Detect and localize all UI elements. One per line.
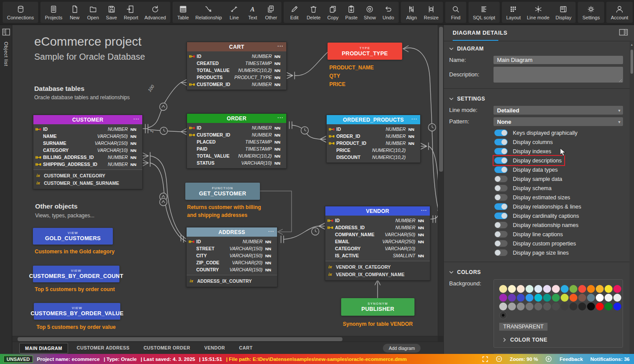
tab-vendor[interactable]: VENDOR bbox=[199, 343, 230, 353]
toolbar-account-button[interactable]: Account bbox=[608, 2, 631, 22]
toolbar-find-button[interactable]: Find bbox=[447, 2, 465, 22]
synonym-publisher[interactable]: SYNONYMPUBLISHER bbox=[341, 298, 414, 316]
toolbar-projects-button[interactable]: Projects bbox=[42, 2, 65, 22]
zoom-out-icon[interactable] bbox=[496, 356, 502, 362]
toggle-switch[interactable] bbox=[494, 213, 508, 219]
color-swatch[interactable] bbox=[578, 285, 586, 293]
tab-customer-address[interactable]: CUSTOMER ADDRESS bbox=[72, 343, 135, 353]
color-swatch[interactable] bbox=[508, 285, 516, 293]
table-cart[interactable]: CART···IDNUMBERNNCREATEDTIMESTAMPNNTOTAL… bbox=[187, 42, 287, 90]
toggle-display-relationships-lines[interactable]: Display relationships & lines bbox=[494, 202, 584, 211]
table-menu-icon[interactable]: ··· bbox=[133, 115, 140, 123]
color-swatch[interactable] bbox=[569, 294, 577, 302]
color-swatch[interactable] bbox=[569, 303, 577, 310]
toggle-switch[interactable] bbox=[494, 176, 508, 182]
section-colors[interactable]: COLORS bbox=[444, 265, 634, 278]
color-swatch[interactable] bbox=[596, 285, 604, 293]
color-swatch[interactable] bbox=[605, 294, 612, 302]
toggle-switch[interactable] bbox=[494, 249, 508, 256]
toolbar-open-button[interactable]: Open bbox=[84, 2, 102, 22]
toggle-keys-displayed-graphically[interactable]: Keys displayed graphically bbox=[494, 128, 580, 137]
color-swatch[interactable] bbox=[517, 303, 525, 310]
tab-main-diagram[interactable]: MAIN DIAGRAM bbox=[19, 343, 68, 353]
canvas-vertical-scrollbar[interactable] bbox=[438, 25, 443, 336]
diagram-canvas[interactable]: 100 1 eCommerce project Sample for Oracl… bbox=[12, 25, 443, 342]
toolbar-advanced-button[interactable]: Advanced bbox=[141, 2, 169, 22]
table-address[interactable]: ADDRESS···IDNUMBERNNSTREETVARCHAR(150)NN… bbox=[186, 227, 277, 287]
toolbar-resize-button[interactable]: Resize bbox=[421, 2, 442, 22]
color-swatch[interactable] bbox=[569, 285, 577, 293]
color-swatch[interactable] bbox=[534, 285, 542, 293]
color-swatch[interactable] bbox=[552, 303, 560, 310]
color-swatch[interactable] bbox=[613, 294, 621, 302]
toggle-display-page-size-lines[interactable]: Display page size lines bbox=[494, 248, 571, 257]
toggle-switch[interactable] bbox=[494, 222, 508, 228]
table-menu-icon[interactable]: ··· bbox=[411, 115, 418, 123]
color-swatch[interactable] bbox=[552, 294, 560, 302]
toolbar-edit-button[interactable]: Edit bbox=[285, 2, 303, 22]
color-swatch[interactable] bbox=[552, 285, 560, 293]
toolbar-report-button[interactable]: Report bbox=[121, 2, 141, 22]
color-swatch[interactable] bbox=[526, 285, 533, 293]
toolbar-layout-button[interactable]: Layout bbox=[503, 2, 524, 22]
table-header[interactable]: CUSTOMER··· bbox=[33, 115, 142, 124]
add-diagram-button[interactable]: Add diagram bbox=[383, 344, 421, 353]
table-ordered-products[interactable]: ORDERED_PRODUCTS···IDNUMBERNNORDER_IDNUM… bbox=[326, 115, 421, 163]
toolbar-sql-script-button[interactable]: SQL script bbox=[470, 2, 498, 22]
color-swatch[interactable] bbox=[543, 303, 551, 310]
view-gold-customers[interactable]: VIEWGOLD_CUSTOMERS bbox=[33, 228, 113, 245]
toggle-display-descriptions[interactable]: Display descriptions bbox=[494, 156, 564, 165]
scrollbar-thumb[interactable] bbox=[630, 50, 633, 74]
section-diagram[interactable]: DIAGRAM bbox=[444, 41, 634, 54]
zoom-in-icon[interactable] bbox=[545, 356, 552, 362]
toolbar-line-button[interactable]: Line bbox=[225, 2, 243, 22]
toggle-display-indexes[interactable]: Display indexes bbox=[494, 147, 554, 156]
canvas-horizontal-scrollbar[interactable] bbox=[12, 336, 438, 342]
toggle-switch[interactable] bbox=[494, 231, 508, 238]
object-list-rail[interactable]: Object list bbox=[0, 25, 12, 354]
color-swatch[interactable] bbox=[526, 303, 533, 310]
color-swatch[interactable] bbox=[517, 285, 525, 293]
toggle-display-line-captions[interactable]: Display line captions bbox=[494, 230, 566, 239]
table-header[interactable]: ORDERED_PRODUCTS··· bbox=[327, 115, 420, 124]
color-swatch[interactable] bbox=[613, 285, 621, 293]
color-swatch[interactable] bbox=[499, 303, 507, 310]
diagram-name-input[interactable] bbox=[494, 56, 623, 64]
table-header[interactable]: VENDOR··· bbox=[325, 206, 430, 216]
toggle-display-data-types[interactable]: Display data types bbox=[494, 165, 560, 174]
tab-customer-order[interactable]: CUSTOMER ORDER bbox=[138, 343, 195, 353]
pattern-dropdown[interactable]: None ▾ bbox=[494, 117, 623, 126]
color-swatch[interactable] bbox=[499, 285, 507, 293]
scroll-up-arrow[interactable]: ▲ bbox=[630, 43, 634, 47]
fullscreen-icon[interactable] bbox=[482, 356, 488, 362]
toggle-display-schema[interactable]: Display schema bbox=[494, 184, 554, 193]
view-customers-by-order-value[interactable]: VIEWCUSTOMERS_BY_ORDER_VALUE bbox=[34, 303, 120, 320]
scrollbar-thumb[interactable] bbox=[439, 27, 443, 172]
toggle-switch[interactable] bbox=[494, 130, 508, 136]
line-mode-dropdown[interactable]: Detailed ▾ bbox=[494, 106, 623, 115]
toolbar-table-button[interactable]: Table bbox=[174, 2, 192, 22]
object-list-panel-icon[interactable] bbox=[2, 29, 10, 37]
color-swatch[interactable] bbox=[605, 285, 612, 293]
panel-toggle-icon[interactable] bbox=[619, 29, 628, 37]
toolbar-new-button[interactable]: New bbox=[65, 2, 84, 22]
view-customers-by-order-count[interactable]: VIEWCUSTOMERS_BY_ORDER_COUNT bbox=[33, 266, 119, 282]
color-swatch[interactable] bbox=[543, 294, 551, 302]
toggle-display-custom-properties[interactable]: Display custom properties bbox=[494, 239, 579, 248]
scrollbar-thumb[interactable] bbox=[18, 337, 342, 341]
toolbar-other-button[interactable]: Other bbox=[262, 2, 280, 22]
toggle-display-cardinality-captions[interactable]: Display cardinality captions bbox=[494, 211, 582, 220]
feedback-link[interactable]: Feedback bbox=[559, 357, 583, 362]
color-swatch[interactable] bbox=[543, 285, 551, 293]
function-get-customer[interactable]: FUNCTIONGET_CUSTOMER bbox=[185, 183, 260, 200]
table-header[interactable]: CART··· bbox=[187, 42, 286, 51]
panel-scrollbar[interactable]: ▲ bbox=[630, 42, 634, 354]
color-swatch[interactable] bbox=[587, 294, 595, 302]
color-tone-expander[interactable]: COLOR TONE bbox=[499, 337, 617, 343]
tab-cart[interactable]: CART bbox=[234, 343, 258, 353]
table-menu-icon[interactable]: ··· bbox=[268, 227, 274, 236]
toggle-display-sample-data[interactable]: Display sample data bbox=[494, 174, 565, 184]
color-swatch[interactable] bbox=[596, 303, 604, 310]
toolbar-text-button[interactable]: AText bbox=[243, 2, 262, 22]
color-swatch[interactable] bbox=[517, 294, 525, 302]
